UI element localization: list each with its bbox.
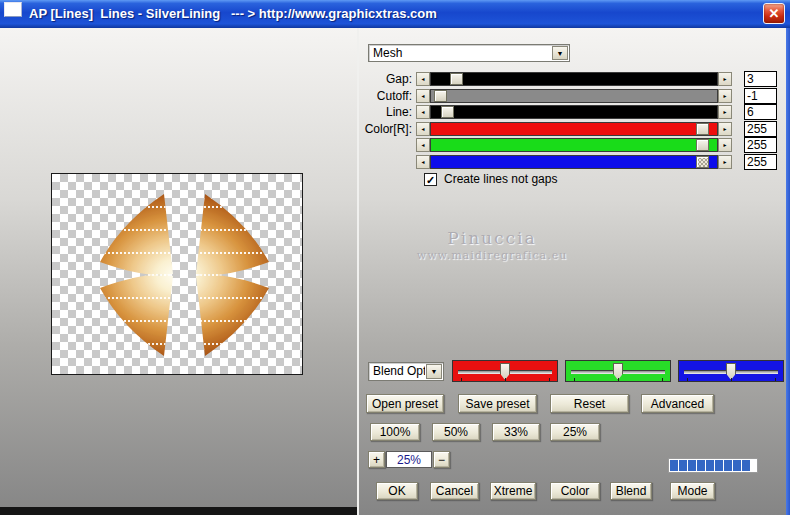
slider-value-line[interactable] [744, 104, 777, 120]
app-icon [4, 2, 22, 17]
blend-options-dropdown[interactable]: Blend Opti ▼ [368, 362, 444, 381]
window-title: AP [Lines] Lines - SilverLining --- > ht… [29, 0, 437, 27]
watermark: Pinuccia www.maidiregrafica.eu [392, 228, 592, 262]
preset-dropdown[interactable]: Mesh ▼ [368, 44, 570, 62]
slider-track-line[interactable] [430, 105, 718, 119]
open-preset-button[interactable]: Open preset [366, 394, 444, 413]
slider-row-color-blue: ◄ ► [359, 155, 786, 170]
progress-segment [697, 460, 705, 471]
right-arrow-icon[interactable]: ► [718, 155, 732, 169]
tick-mark [662, 378, 663, 381]
tick-mark [731, 378, 732, 381]
preset-dropdown-value: Mesh [373, 46, 551, 61]
slider-row-gap: Gap: ◄ ► [359, 72, 786, 87]
watermark-url: www.maidiregrafica.eu [392, 249, 592, 262]
advanced-button[interactable]: Advanced [641, 394, 714, 413]
blue-channel-slider[interactable] [678, 360, 784, 382]
slider-thumb-gap[interactable] [450, 73, 463, 85]
zoom-25-button[interactable]: 25% [550, 423, 600, 441]
cancel-button[interactable]: Cancel [430, 482, 479, 500]
xtreme-button[interactable]: Xtreme [490, 482, 536, 500]
tick-mark [461, 378, 462, 381]
watermark-name: Pinuccia [392, 228, 592, 248]
zoom-33-button[interactable]: 33% [492, 423, 540, 441]
progress-segment [688, 460, 696, 471]
create-lines-checkbox[interactable]: ✓ [424, 173, 437, 186]
chevron-down-icon[interactable]: ▼ [552, 46, 568, 60]
right-arrow-icon[interactable]: ► [718, 105, 732, 119]
left-arrow-icon[interactable]: ◄ [416, 72, 430, 86]
save-preset-button[interactable]: Save preset [458, 394, 537, 413]
right-arrow-icon[interactable]: ► [718, 72, 732, 86]
slider-track-color-green[interactable] [430, 138, 718, 152]
left-arrow-icon[interactable]: ◄ [416, 122, 430, 136]
red-channel-slider[interactable] [452, 360, 558, 382]
slider-track-gap[interactable] [430, 72, 718, 86]
progress-segment [724, 460, 732, 471]
slider-label-line: Line: [359, 105, 412, 120]
tick-mark [687, 378, 688, 381]
slider-track-color-blue[interactable] [430, 155, 718, 169]
left-arrow-icon[interactable]: ◄ [416, 155, 430, 169]
slider-value-color-red[interactable] [744, 121, 777, 137]
titlebar[interactable]: AP [Lines] Lines - SilverLining --- > ht… [0, 0, 790, 28]
dialog-content: Mesh ▼ Gap: ◄ ► Cutoff: ◄ ► Line: ◄ [0, 28, 790, 515]
left-arrow-icon[interactable]: ◄ [416, 89, 430, 103]
right-arrow-icon[interactable]: ► [718, 138, 732, 152]
ok-button[interactable]: OK [376, 482, 418, 500]
slider-track-color-red[interactable] [430, 122, 718, 136]
left-arrow-icon[interactable]: ◄ [416, 138, 430, 152]
slider-value-gap[interactable] [744, 71, 777, 87]
left-arrow-icon[interactable]: ◄ [416, 105, 430, 119]
progress-segment [715, 460, 723, 471]
bottom-strip [0, 507, 357, 515]
slider-row-cutoff: Cutoff: ◄ ► [359, 89, 786, 104]
right-arrow-icon[interactable]: ► [718, 89, 732, 103]
slider-track-cutoff[interactable] [430, 89, 718, 103]
slider-value-cutoff[interactable] [744, 88, 777, 104]
close-icon: ✕ [769, 6, 780, 21]
tick-mark [549, 378, 550, 381]
slider-value-color-blue[interactable] [744, 154, 777, 170]
slider-value-color-green[interactable] [744, 137, 777, 153]
zoom-out-button[interactable]: − [433, 451, 450, 468]
preview-image [52, 174, 302, 374]
progress-bar [668, 458, 758, 473]
window-border-right [786, 28, 790, 515]
slider-row-color-green: ◄ ► [359, 138, 786, 153]
slider-label-color-red: Color[R]: [359, 122, 412, 137]
zoom-50-button[interactable]: 50% [432, 423, 480, 441]
slider-thumb-color-red[interactable] [696, 123, 709, 135]
zoom-level-field[interactable] [386, 451, 432, 468]
plugin-window: AP [Lines] Lines - SilverLining --- > ht… [0, 0, 790, 515]
slider-label-gap: Gap: [359, 72, 412, 87]
preview-canvas[interactable] [51, 173, 303, 375]
blend-button[interactable]: Blend [610, 482, 652, 500]
progress-segment [706, 460, 714, 471]
right-arrow-icon[interactable]: ► [718, 122, 732, 136]
chevron-down-icon[interactable]: ▼ [426, 364, 442, 379]
tick-mark [618, 378, 619, 381]
mode-button[interactable]: Mode [670, 482, 715, 500]
progress-segment [733, 460, 741, 471]
green-channel-slider[interactable] [565, 360, 671, 382]
slider-thumb-cutoff[interactable] [434, 90, 447, 102]
slider-thumb-line[interactable] [441, 106, 454, 118]
slider-label-cutoff: Cutoff: [359, 89, 412, 104]
zoom-in-button[interactable]: + [368, 451, 385, 468]
slider-thumb-color-green[interactable] [696, 139, 709, 151]
reset-button[interactable]: Reset [550, 394, 629, 413]
slider-thumb-color-blue[interactable] [696, 156, 709, 168]
blend-options-value: Blend Opti [373, 364, 425, 379]
color-button[interactable]: Color [550, 482, 600, 500]
progress-segment [679, 460, 687, 471]
check-icon: ✓ [426, 174, 435, 186]
progress-segment [742, 460, 750, 471]
zoom-100-button[interactable]: 100% [370, 423, 420, 441]
tick-mark [574, 378, 575, 381]
tick-mark [775, 378, 776, 381]
close-button[interactable]: ✕ [763, 3, 785, 24]
slider-row-color-red: Color[R]: ◄ ► [359, 122, 786, 137]
controls-panel: Mesh ▼ Gap: ◄ ► Cutoff: ◄ ► Line: ◄ [359, 28, 786, 515]
tick-mark [505, 378, 506, 381]
